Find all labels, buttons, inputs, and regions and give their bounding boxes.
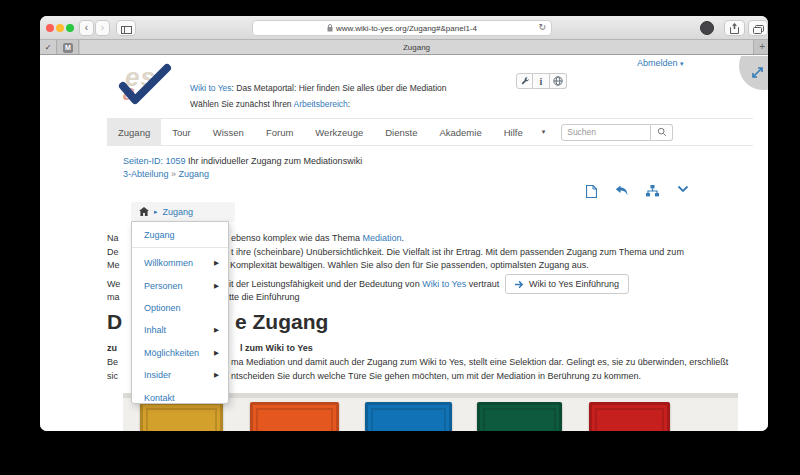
text-fragment: ma <box>107 292 120 302</box>
shutter-green <box>477 402 562 431</box>
heading-fragment: e Zugang <box>235 310 328 334</box>
menu-item-moeglichkeiten[interactable]: Möglichkeiten▶ <box>132 342 228 364</box>
menu-item-label: Personen <box>144 281 183 291</box>
text-fragment: sic <box>107 371 118 381</box>
tab-bar: ✓ M Zugang + <box>40 40 768 55</box>
chevron-right-icon: ▶ <box>214 371 219 379</box>
mediation-link[interactable]: Mediation <box>362 233 401 243</box>
share-button[interactable] <box>724 20 745 36</box>
extension-button[interactable] <box>700 21 714 35</box>
sidebar-toggle-button[interactable] <box>116 20 136 36</box>
menu-item-label: Kontakt <box>144 393 175 403</box>
wiki-to-yes-link[interactable]: Wiki to Yes <box>422 279 466 289</box>
text-fragment: tte die Einführung <box>229 292 300 302</box>
shutter-blue <box>365 402 452 431</box>
chevron-right-icon: ▶ <box>214 259 219 267</box>
text-fragment: zu <box>107 343 117 353</box>
text-fragment: it der Leistungsfähigkeit und der Bedeut… <box>229 279 422 289</box>
sidebar-icon <box>121 26 132 34</box>
back-button[interactable]: ‹ <box>79 20 94 36</box>
text-fragment: t ihre (scheinbare) Unübersichtlichkeit.… <box>231 247 684 257</box>
intro-button-label: Wiki to Yes Einführung <box>529 279 619 289</box>
reload-button[interactable]: ↻ <box>538 22 546 32</box>
arrow-right-icon <box>515 280 524 289</box>
text-fragment: ntscheiden Sie durch welche Türe Sie geh… <box>231 371 641 381</box>
text-fragment: Me <box>107 260 120 270</box>
text-fragment: De <box>107 247 119 257</box>
menu-item-label: Optionen <box>144 303 181 313</box>
menu-item-label: Insider <box>144 370 171 380</box>
heading-fragment: D <box>107 310 122 334</box>
menu-item-optionen[interactable]: Optionen <box>132 297 228 319</box>
menu-item-kontakt[interactable]: Kontakt <box>132 386 228 408</box>
menu-item-label: Inhalt <box>144 325 166 335</box>
url-text: www.wiki-to-yes.org/Zugang#&panel1-4 <box>336 24 477 33</box>
lock-icon <box>327 24 333 32</box>
text-fragment: . <box>401 233 404 243</box>
text-fragment: Be <box>107 357 118 367</box>
zoom-window-button[interactable] <box>66 24 74 32</box>
forward-button[interactable]: › <box>95 20 110 36</box>
menu-item-label: Willkommen <box>144 258 193 268</box>
menu-item-willkommen[interactable]: Willkommen▶ <box>132 252 228 274</box>
tab-title: Zugang <box>403 43 430 52</box>
address-bar[interactable]: www.wiki-to-yes.org/Zugang#&panel1-4 ↻ <box>252 20 552 36</box>
share-icon <box>730 23 739 34</box>
text-fragment: We <box>107 279 120 289</box>
text-fragment: l zum Wiki to Yes <box>240 343 313 353</box>
new-tab-button[interactable]: + <box>759 40 765 54</box>
menu-divider <box>132 247 228 248</box>
browser-window: ‹ › www.wiki-to-yes.org/Zugang#&panel1-4… <box>40 16 768 431</box>
menu-item-inhalt[interactable]: Inhalt▶ <box>132 319 228 341</box>
text-fragment: ma Mediation und damit auch der Zugang z… <box>231 357 728 367</box>
text-fragment: ebenso komplex wie das Thema <box>231 233 362 243</box>
close-window-button[interactable] <box>46 24 54 32</box>
menu-item-personen[interactable]: Personen▶ <box>132 274 228 296</box>
pinned-tab-m[interactable]: M <box>58 40 79 54</box>
browser-toolbar: ‹ › www.wiki-to-yes.org/Zugang#&panel1-4… <box>40 16 768 40</box>
favicon-m: M <box>63 43 73 53</box>
tab-zugang[interactable]: Zugang <box>80 40 754 54</box>
menu-item-label: Zugang <box>144 230 175 240</box>
menu-item-zugang[interactable]: Zugang <box>132 225 228 244</box>
menu-item-label: Möglichkeiten <box>144 348 199 358</box>
zugang-dropdown-menu: Zugang Willkommen▶ Personen▶ Optionen In… <box>131 221 229 404</box>
menu-item-insider[interactable]: Insider▶ <box>132 364 228 386</box>
text-fragment: Komplexität bewältigen. Wählen Sie also … <box>230 260 589 270</box>
minimize-window-button[interactable] <box>56 24 64 32</box>
intro-button[interactable]: Wiki to Yes Einführung <box>505 274 629 294</box>
pinned-tab-check[interactable]: ✓ <box>40 40 57 54</box>
shutter-red <box>589 402 670 431</box>
text-fragment: Na <box>107 233 119 243</box>
shutter-orange <box>250 402 339 431</box>
chevron-right-icon: ▶ <box>214 349 219 357</box>
tabs-icon <box>753 25 764 34</box>
chevron-right-icon: ▶ <box>214 282 219 290</box>
text-fragment: vertraut <box>466 279 499 289</box>
page-content: Abmelden ▾ es a Wiki to Yes: Das Metapor… <box>40 56 768 431</box>
expand-icon <box>751 66 764 79</box>
tabs-overview-button[interactable] <box>748 20 768 36</box>
chevron-right-icon: ▶ <box>214 326 219 334</box>
